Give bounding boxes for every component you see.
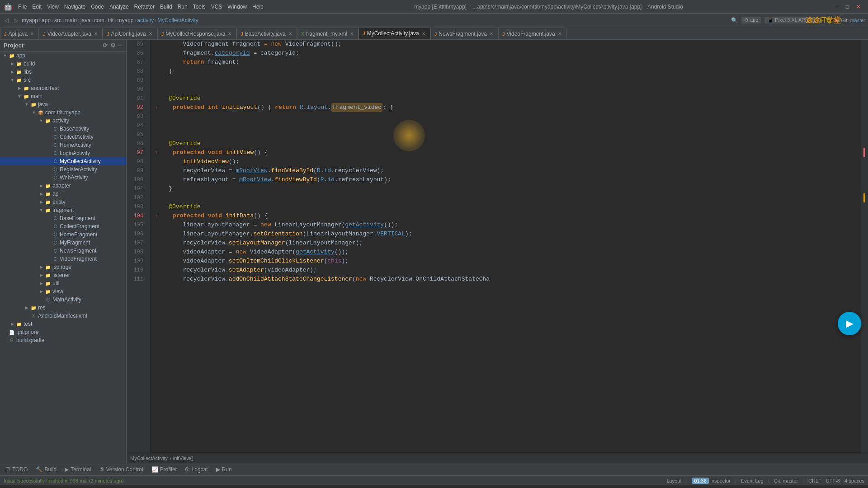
- tree-item-collectactivity[interactable]: C CollectActivity: [0, 133, 126, 141]
- status-git[interactable]: Git: master: [774, 478, 798, 483]
- tree-item-build[interactable]: ▶ 📁 build: [0, 60, 126, 68]
- tab-close-icon[interactable]: ✕: [227, 31, 232, 37]
- breadcrumb-method[interactable]: initView(): [173, 455, 193, 461]
- code-editor[interactable]: 85 86 87 88 89 90 91 92 93 94 95 96 97 9…: [127, 40, 868, 463]
- menu-run[interactable]: Run: [175, 3, 190, 11]
- tree-item-homeactivity[interactable]: C HomeActivity: [0, 141, 126, 149]
- tree-item-mainactivity[interactable]: C MainActivity: [0, 296, 126, 304]
- tab-close-icon[interactable]: ✕: [421, 31, 426, 37]
- tree-item-myfragment[interactable]: C MyFragment: [0, 239, 126, 247]
- menu-build[interactable]: Build: [157, 3, 175, 11]
- bc-java[interactable]: java: [80, 17, 90, 23]
- tree-item-res[interactable]: ▶ 📁 res: [0, 304, 126, 312]
- btab-versioncontrol[interactable]: ⑤ Version Control: [96, 464, 147, 475]
- btab-todo[interactable]: ☑ TODO: [2, 464, 31, 475]
- tab-baseactivity-java[interactable]: J BaseActivity.java ✕: [236, 28, 297, 39]
- tree-item-jsbridge[interactable]: ▶ 📁 jsbridge: [0, 263, 126, 271]
- tree-item-androidmanifest[interactable]: X AndroidManifest.xml: [0, 312, 126, 320]
- win-minimize-button[interactable]: ─: [831, 3, 842, 11]
- tree-item-loginactivity[interactable]: C LoginActivity: [0, 149, 126, 157]
- tree-item-util[interactable]: ▶ 📁 util: [0, 279, 126, 287]
- bc-main[interactable]: main: [65, 17, 77, 23]
- nav-forward-icon[interactable]: ▷: [12, 17, 20, 23]
- device-badge[interactable]: ⚙ app: [741, 17, 761, 23]
- status-encoding[interactable]: UTF-8: [826, 478, 840, 483]
- tree-item-gitignore[interactable]: 📄 .gitignore: [0, 328, 126, 336]
- bc-src[interactable]: src: [54, 17, 61, 23]
- status-eventlog[interactable]: Event Log: [741, 478, 764, 483]
- tab-videofragment-java[interactable]: J VideoFragment.java ✕: [498, 28, 566, 39]
- pixel-device[interactable]: 📱 Pixel 3 XL API 29: [764, 17, 816, 23]
- tree-item-activity-folder[interactable]: ▼ 📁 activity: [0, 117, 126, 125]
- menu-tools[interactable]: Tools: [190, 3, 208, 11]
- status-indent[interactable]: 4 spaces: [844, 478, 864, 483]
- tab-close-icon[interactable]: ✕: [489, 31, 494, 37]
- btab-build[interactable]: 🔨 Build: [32, 464, 60, 475]
- menu-help[interactable]: Help: [250, 3, 266, 11]
- btab-profiler[interactable]: 📈 Profiler: [148, 464, 181, 475]
- tree-item-basefragment[interactable]: C BaseFragment: [0, 214, 126, 222]
- tree-item-src[interactable]: ▼ 📁 src: [0, 76, 126, 84]
- tree-item-videofragment[interactable]: C VideoFragment: [0, 255, 126, 263]
- nav-search-icon[interactable]: 🔍: [731, 17, 738, 23]
- status-linesep[interactable]: CRLF: [808, 478, 821, 483]
- bc-app[interactable]: app: [42, 17, 51, 23]
- debug-button[interactable]: 🐛: [826, 17, 832, 23]
- menu-vcs[interactable]: VCS: [208, 3, 225, 11]
- status-inspector[interactable]: 01:36 Inspector: [692, 478, 731, 483]
- tree-item-main[interactable]: ▼ 📁 main: [0, 92, 126, 100]
- bc-myapp2[interactable]: myapp: [117, 17, 133, 23]
- tab-close-icon[interactable]: ✕: [29, 31, 35, 37]
- stop-button[interactable]: ■: [834, 17, 837, 23]
- tree-item-entity[interactable]: ▶ 📁 entity: [0, 198, 126, 206]
- tab-mycollectresponse-java[interactable]: J MyCollectResponse.java ✕: [157, 28, 237, 39]
- btab-logcat[interactable]: 6: Logcat: [182, 464, 212, 475]
- tree-item-test[interactable]: ▶ 📁 test: [0, 320, 126, 328]
- tree-item-homefragment[interactable]: C HomeFragment: [0, 230, 126, 239]
- menu-refactor[interactable]: Refactor: [132, 3, 157, 11]
- tab-fragment-my-xml[interactable]: X fragment_my.xml ✕: [297, 28, 359, 39]
- menu-code[interactable]: Code: [88, 3, 107, 11]
- line-col-badge[interactable]: 01:36: [692, 478, 709, 484]
- sidebar-collapse-icon[interactable]: ─: [118, 42, 123, 49]
- tab-close-icon[interactable]: ✕: [93, 31, 99, 37]
- tree-item-fragment[interactable]: ▼ 📁 fragment: [0, 206, 126, 214]
- bc-mycollectactivity[interactable]: MyCollectActivity: [157, 17, 198, 23]
- tab-videoadapter-java[interactable]: J VideoAdapter.java ✕: [39, 28, 103, 39]
- nav-back-icon[interactable]: ◁: [3, 17, 10, 23]
- menu-file[interactable]: File: [15, 3, 29, 11]
- tree-item-webactivity[interactable]: C WebActivity: [0, 174, 126, 182]
- bilibili-button[interactable]: ▶: [838, 312, 861, 335]
- bc-activity[interactable]: activity: [137, 17, 154, 23]
- menu-view[interactable]: View: [44, 3, 61, 11]
- tab-newsfragment-java[interactable]: J NewsFragment.java ✕: [430, 28, 498, 39]
- menu-navigate[interactable]: Navigate: [61, 3, 88, 11]
- bc-myapp[interactable]: myapp: [22, 17, 38, 23]
- tree-item-adapter[interactable]: ▶ 📁 adapter: [0, 182, 126, 190]
- bc-ttit[interactable]: ttit: [108, 17, 114, 23]
- tree-item-androidtest[interactable]: ▶ 📁 androidTest: [0, 84, 126, 92]
- tab-close-icon[interactable]: ✕: [148, 31, 153, 37]
- tree-item-package[interactable]: ▼ 📦 com.ttit.myapp: [0, 108, 126, 117]
- tab-apiconfig-java[interactable]: J ApiConfig.java ✕: [103, 28, 157, 39]
- tree-item-newsfragment[interactable]: C NewsFragment: [0, 247, 126, 255]
- tree-item-baseactivity[interactable]: C BaseActivity: [0, 125, 126, 133]
- bc-com[interactable]: com: [94, 17, 104, 23]
- win-close-button[interactable]: ✕: [853, 3, 864, 11]
- status-layout[interactable]: Layout: [666, 478, 681, 483]
- tree-item-collectfragment[interactable]: C CollectFragment: [0, 222, 126, 230]
- tab-api-java[interactable]: J Api.java ✕: [0, 28, 39, 39]
- tree-item-libs[interactable]: ▶ 📁 libs: [0, 68, 126, 76]
- tree-item-listener[interactable]: ▶ 📁 listener: [0, 271, 126, 279]
- sidebar-sync-icon[interactable]: ⟳: [103, 42, 108, 49]
- menu-edit[interactable]: Edit: [29, 3, 44, 11]
- git-branch[interactable]: master: [850, 18, 865, 23]
- win-maximize-button[interactable]: □: [842, 3, 853, 11]
- tab-close-icon[interactable]: ✕: [349, 31, 354, 37]
- tree-item-registeractivity[interactable]: C RegisterActivity: [0, 165, 126, 174]
- code-area[interactable]: VideoFragment fragment = new VideoFragme…: [150, 40, 861, 453]
- run-button[interactable]: ▶: [820, 17, 824, 23]
- tab-mycollectactivity-java[interactable]: J MyCollectActivity.java ✕: [359, 28, 430, 39]
- menu-analyze[interactable]: Analyze: [107, 3, 132, 11]
- tree-item-api[interactable]: ▶ 📁 api: [0, 190, 126, 198]
